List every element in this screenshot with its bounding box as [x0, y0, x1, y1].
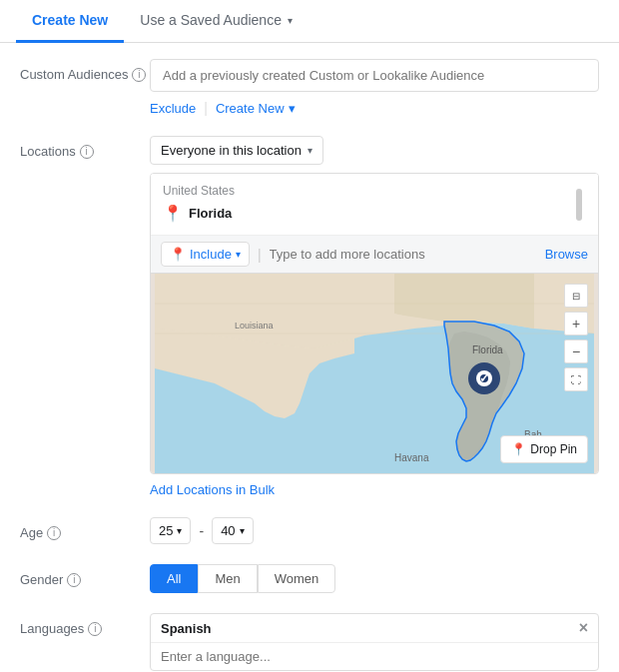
languages-label: Languages i: [20, 613, 150, 636]
drop-pin-icon: 📍: [511, 442, 526, 456]
language-tag-spanish: Spanish ×: [151, 614, 598, 643]
svg-text:Louisiana: Louisiana: [235, 321, 274, 331]
location-list: United States 📍 Florida: [163, 182, 235, 227]
audience-actions: Exclude | Create New ▾: [150, 100, 599, 116]
svg-text:Havana: Havana: [394, 452, 429, 463]
map-controls: ⊟ + − ⛶: [564, 284, 588, 391]
location-pin-icon: 📍: [163, 204, 183, 223]
map-container: ✓ Florida Louisiana Bah... Havana: [151, 274, 598, 473]
custom-audiences-field: Exclude | Create New ▾: [150, 59, 599, 116]
gender-women-button[interactable]: Women: [258, 564, 336, 593]
main-container: Create New Use a Saved Audience ▾ Custom…: [0, 0, 619, 672]
age-label: Age i: [20, 517, 150, 540]
scrollbar-thumb: [576, 189, 582, 221]
locations-info-icon[interactable]: i: [80, 145, 94, 159]
map-collapse-button[interactable]: ⊟: [564, 284, 588, 308]
location-box: United States 📍 Florida 📍 Include: [150, 173, 599, 474]
languages-box: Spanish ×: [150, 613, 599, 671]
svg-text:Florida: Florida: [472, 344, 503, 355]
location-country: United States: [163, 182, 235, 200]
custom-audiences-label: Custom Audiences i: [20, 59, 150, 82]
include-dropdown[interactable]: 📍 Include ▾: [161, 242, 250, 267]
age-to-arrow-icon: ▾: [240, 525, 245, 536]
age-row: Age i 25 ▾ - 40 ▾: [20, 517, 599, 544]
gender-label: Gender i: [20, 564, 150, 587]
svg-text:✓: ✓: [479, 371, 489, 385]
age-info-icon[interactable]: i: [47, 526, 61, 540]
gender-all-button[interactable]: All: [150, 564, 198, 593]
tab-bar: Create New Use a Saved Audience ▾: [0, 0, 619, 43]
location-item: 📍 Florida: [163, 200, 235, 227]
language-input-wrapper: [151, 643, 598, 670]
exclude-button[interactable]: Exclude: [150, 101, 196, 116]
age-controls: 25 ▾ - 40 ▾: [150, 517, 599, 544]
include-bar: 📍 Include ▾ | Browse: [151, 236, 598, 274]
languages-info-icon[interactable]: i: [88, 622, 102, 636]
custom-audiences-input[interactable]: [150, 59, 599, 92]
include-arrow-icon: ▾: [236, 249, 241, 260]
custom-audiences-row: Custom Audiences i Exclude | Create New …: [20, 59, 599, 116]
locations-dropdown[interactable]: Everyone in this location ▾: [150, 136, 323, 165]
create-new-button[interactable]: Create New ▾: [216, 101, 296, 116]
gender-info-icon[interactable]: i: [67, 573, 81, 587]
separator: |: [204, 100, 208, 116]
age-field: 25 ▾ - 40 ▾: [150, 517, 599, 544]
gender-field: All Men Women: [150, 564, 599, 593]
locations-row: Locations i Everyone in this location ▾ …: [20, 136, 599, 497]
locations-label: Locations i: [20, 136, 150, 159]
gender-row: Gender i All Men Women: [20, 564, 599, 593]
browse-button[interactable]: Browse: [545, 247, 588, 262]
location-search-input[interactable]: [270, 247, 537, 262]
languages-field: Spanish ×: [150, 613, 599, 671]
locations-field: Everyone in this location ▾ United State…: [150, 136, 599, 497]
languages-row: Languages i Spanish ×: [20, 613, 599, 671]
drop-pin-button[interactable]: 📍 Drop Pin: [500, 435, 588, 463]
include-pin-icon: 📍: [170, 247, 186, 262]
gender-men-button[interactable]: Men: [198, 564, 257, 593]
create-new-arrow-icon: ▾: [289, 101, 296, 116]
map-zoom-out-button[interactable]: −: [564, 339, 588, 363]
age-from-select[interactable]: 25 ▾: [150, 517, 191, 544]
add-locations-bulk-link[interactable]: Add Locations in Bulk: [150, 482, 275, 497]
locations-dropdown-arrow-icon: ▾: [308, 145, 312, 156]
custom-audiences-info-icon[interactable]: i: [132, 68, 146, 82]
language-remove-button[interactable]: ×: [579, 620, 588, 636]
age-separator: -: [199, 523, 204, 539]
tab-use-saved[interactable]: Use a Saved Audience ▾: [124, 0, 309, 43]
age-to-select[interactable]: 40 ▾: [212, 517, 253, 544]
age-from-arrow-icon: ▾: [177, 525, 182, 536]
gender-group: All Men Women: [150, 564, 599, 593]
include-separator: |: [258, 247, 262, 263]
map-zoom-in-button[interactable]: +: [564, 312, 588, 336]
chevron-down-icon: ▾: [288, 15, 293, 26]
form-content: Custom Audiences i Exclude | Create New …: [0, 43, 619, 672]
map-fullscreen-button[interactable]: ⛶: [564, 367, 588, 391]
tab-create-new[interactable]: Create New: [16, 0, 124, 43]
language-input[interactable]: [161, 649, 588, 664]
